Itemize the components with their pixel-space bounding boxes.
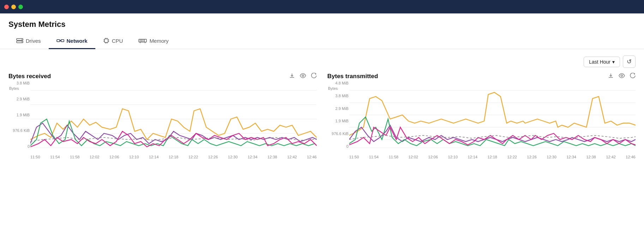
sync-icon[interactable] [311, 73, 317, 80]
chart-wrap-received: Bytes 3.8 MiB 2.9 MiB 1.9 MiB 976.6 KiB … [8, 81, 317, 159]
title-bar [0, 0, 644, 13]
x-tick-t4: 12:06 [428, 155, 438, 159]
y-ticks-transmitted: 4.8 MiB 3.8 MiB 2.9 MiB 1.9 MiB 976.6 Ki… [327, 81, 348, 148]
refresh-button[interactable]: ↺ [623, 56, 636, 68]
x-tick-t14: 12:46 [626, 155, 636, 159]
dot-yellow[interactable] [11, 5, 16, 9]
y-tick-2: 1.9 MiB [8, 113, 30, 117]
y-tick-1: 2.9 MiB [8, 97, 30, 101]
svg-point-2 [22, 39, 22, 40]
x-tick-t3: 12:02 [409, 155, 418, 159]
sync-icon-t[interactable] [630, 73, 636, 80]
x-tick-5: 12:10 [129, 155, 139, 159]
chart-wrap-transmitted: Bytes 4.8 MiB 3.8 MiB 2.9 MiB 1.9 MiB 97… [327, 81, 636, 159]
svg-rect-7 [105, 39, 108, 42]
app-content: System Metrics Drives [0, 13, 644, 239]
y-tick-3: 976.6 KiB [8, 129, 30, 133]
chart-bytes-transmitted: Bytes transmitted [327, 73, 636, 159]
tabs-bar: Drives Network [0, 33, 644, 49]
download-icon-t[interactable] [608, 73, 614, 80]
x-tick-t13: 12:42 [606, 155, 616, 159]
x-tick-t2: 11:58 [389, 155, 399, 159]
svg-point-23 [302, 75, 304, 77]
tab-drives-label: Drives [26, 38, 41, 44]
y-tick-0: 3.8 MiB [8, 81, 30, 85]
network-icon [56, 38, 64, 43]
y-tick-t0: 4.8 MiB [327, 81, 348, 85]
eye-icon-t[interactable] [619, 73, 625, 80]
memory-icon [138, 38, 147, 43]
chevron-down-icon: ▾ [612, 59, 615, 65]
x-tick-8: 12:22 [189, 155, 198, 159]
y-label-received: Bytes [9, 86, 19, 91]
x-tick-3: 12:02 [90, 155, 100, 159]
svg-point-29 [621, 75, 623, 77]
x-tick-t8: 12:22 [507, 155, 517, 159]
y-tick-t1: 3.8 MiB [327, 94, 348, 98]
dot-red[interactable] [4, 5, 9, 9]
time-range-label: Last Hour [589, 59, 610, 65]
x-tick-2: 11:58 [70, 155, 80, 159]
x-tick-t0: 11:50 [349, 155, 359, 159]
tab-drives[interactable]: Drives [8, 33, 49, 49]
chart-header-transmitted: Bytes transmitted [327, 73, 636, 80]
tab-cpu-label: CPU [112, 38, 123, 44]
x-ticks-transmitted: 11:50 11:54 11:58 12:02 12:06 12:10 12:1… [349, 155, 636, 159]
x-tick-4: 12:06 [109, 155, 119, 159]
y-tick-t4: 976.6 KiB [327, 132, 348, 136]
page-title: System Metrics [8, 20, 636, 29]
x-tick-t12: 12:38 [586, 155, 596, 159]
x-tick-t10: 12:30 [547, 155, 557, 159]
x-tick-6: 12:14 [149, 155, 159, 159]
y-label-transmitted: Bytes [328, 86, 338, 91]
x-tick-t7: 12:18 [488, 155, 497, 159]
tab-network[interactable]: Network [49, 33, 95, 49]
chart-actions-received [289, 73, 317, 80]
tab-memory-label: Memory [149, 38, 168, 44]
chart-svg-received [30, 86, 317, 158]
tab-memory[interactable]: Memory [131, 33, 176, 49]
y-tick-t5: 0 [327, 145, 348, 148]
x-ticks-received: 11:50 11:54 11:58 12:02 12:06 12:10 12:1… [30, 155, 317, 159]
x-tick-t9: 12:26 [527, 155, 537, 159]
x-tick-13: 12:42 [287, 155, 297, 159]
svg-rect-5 [61, 40, 64, 42]
eye-icon[interactable] [300, 73, 306, 80]
x-tick-12: 12:38 [267, 155, 277, 159]
x-tick-t1: 11:54 [369, 155, 379, 159]
refresh-icon: ↺ [627, 58, 632, 65]
y-tick-t3: 1.9 MiB [327, 119, 348, 123]
y-ticks-received: 3.8 MiB 2.9 MiB 1.9 MiB 976.6 KiB 0 [8, 81, 30, 148]
dot-green[interactable] [18, 5, 23, 9]
charts-row: Bytes received [8, 73, 636, 159]
drives-icon [16, 38, 23, 43]
chart-header-received: Bytes received [8, 73, 317, 80]
x-tick-14: 12:46 [307, 155, 317, 159]
svg-rect-16 [139, 39, 147, 42]
svg-point-3 [22, 42, 22, 42]
x-tick-9: 12:26 [208, 155, 218, 159]
chart-title-received: Bytes received [8, 73, 51, 80]
x-tick-11: 12:34 [248, 155, 257, 159]
app-header: System Metrics [0, 13, 644, 33]
x-tick-10: 12:30 [228, 155, 238, 159]
chart-title-transmitted: Bytes transmitted [327, 73, 378, 80]
svg-rect-4 [57, 40, 60, 42]
tab-network-label: Network [67, 38, 88, 44]
toolbar-row: Last Hour ▾ ↺ [8, 56, 636, 68]
y-tick-t2: 2.9 MiB [327, 107, 348, 111]
tab-cpu[interactable]: CPU [95, 33, 131, 49]
main-content: Last Hour ▾ ↺ Bytes received [0, 49, 644, 165]
time-range-dropdown[interactable]: Last Hour ▾ [584, 57, 620, 67]
x-tick-t6: 12:14 [468, 155, 478, 159]
chart-bytes-received: Bytes received [8, 73, 317, 159]
chart-svg-transmitted [349, 86, 636, 158]
y-tick-4: 0 [8, 145, 30, 148]
chart-actions-transmitted [608, 73, 636, 80]
download-icon[interactable] [289, 73, 295, 80]
cpu-icon [103, 37, 109, 44]
x-tick-0: 11:50 [30, 155, 40, 159]
x-tick-t5: 12:10 [448, 155, 458, 159]
x-tick-t11: 12:34 [566, 155, 576, 159]
x-tick-7: 12:18 [169, 155, 179, 159]
